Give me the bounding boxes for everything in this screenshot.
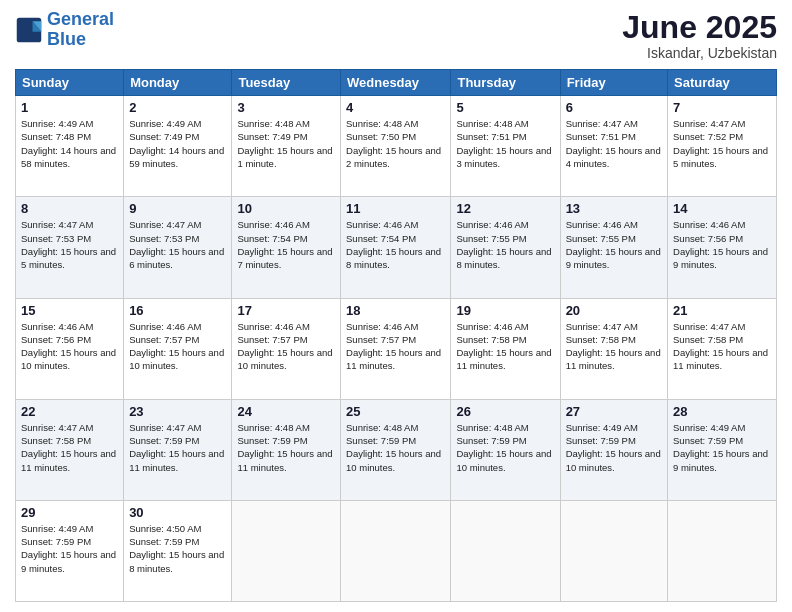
day-number: 7 <box>673 100 771 115</box>
day-number: 15 <box>21 303 118 318</box>
day-cell: 28 Sunrise: 4:49 AM Sunset: 7:59 PM Dayl… <box>668 399 777 500</box>
day-info: Sunrise: 4:46 AM Sunset: 7:57 PM Dayligh… <box>129 320 226 373</box>
day-info: Sunrise: 4:46 AM Sunset: 7:55 PM Dayligh… <box>456 218 554 271</box>
col-header-friday: Friday <box>560 70 667 96</box>
day-info: Sunrise: 4:46 AM Sunset: 7:54 PM Dayligh… <box>346 218 445 271</box>
day-info: Sunrise: 4:49 AM Sunset: 7:49 PM Dayligh… <box>129 117 226 170</box>
day-number: 5 <box>456 100 554 115</box>
day-number: 23 <box>129 404 226 419</box>
day-info: Sunrise: 4:46 AM Sunset: 7:57 PM Dayligh… <box>237 320 335 373</box>
day-cell: 13 Sunrise: 4:46 AM Sunset: 7:55 PM Dayl… <box>560 197 667 298</box>
col-header-wednesday: Wednesday <box>341 70 451 96</box>
day-cell: 18 Sunrise: 4:46 AM Sunset: 7:57 PM Dayl… <box>341 298 451 399</box>
week-row-1: 1 Sunrise: 4:49 AM Sunset: 7:48 PM Dayli… <box>16 96 777 197</box>
day-info: Sunrise: 4:48 AM Sunset: 7:49 PM Dayligh… <box>237 117 335 170</box>
day-info: Sunrise: 4:50 AM Sunset: 7:59 PM Dayligh… <box>129 522 226 575</box>
week-row-5: 29 Sunrise: 4:49 AM Sunset: 7:59 PM Dayl… <box>16 500 777 601</box>
day-info: Sunrise: 4:48 AM Sunset: 7:51 PM Dayligh… <box>456 117 554 170</box>
day-cell <box>341 500 451 601</box>
day-info: Sunrise: 4:49 AM Sunset: 7:59 PM Dayligh… <box>673 421 771 474</box>
day-cell: 19 Sunrise: 4:46 AM Sunset: 7:58 PM Dayl… <box>451 298 560 399</box>
header: General Blue June 2025 Iskandar, Uzbekis… <box>15 10 777 61</box>
day-info: Sunrise: 4:49 AM Sunset: 7:59 PM Dayligh… <box>566 421 662 474</box>
day-number: 10 <box>237 201 335 216</box>
day-info: Sunrise: 4:47 AM Sunset: 7:58 PM Dayligh… <box>21 421 118 474</box>
day-cell: 14 Sunrise: 4:46 AM Sunset: 7:56 PM Dayl… <box>668 197 777 298</box>
day-number: 20 <box>566 303 662 318</box>
col-header-monday: Monday <box>124 70 232 96</box>
day-info: Sunrise: 4:47 AM Sunset: 7:53 PM Dayligh… <box>21 218 118 271</box>
day-number: 22 <box>21 404 118 419</box>
day-cell: 22 Sunrise: 4:47 AM Sunset: 7:58 PM Dayl… <box>16 399 124 500</box>
day-number: 27 <box>566 404 662 419</box>
day-cell <box>451 500 560 601</box>
col-header-thursday: Thursday <box>451 70 560 96</box>
day-info: Sunrise: 4:49 AM Sunset: 7:48 PM Dayligh… <box>21 117 118 170</box>
week-row-2: 8 Sunrise: 4:47 AM Sunset: 7:53 PM Dayli… <box>16 197 777 298</box>
day-number: 14 <box>673 201 771 216</box>
day-info: Sunrise: 4:47 AM Sunset: 7:53 PM Dayligh… <box>129 218 226 271</box>
day-cell: 4 Sunrise: 4:48 AM Sunset: 7:50 PM Dayli… <box>341 96 451 197</box>
day-number: 24 <box>237 404 335 419</box>
day-cell: 1 Sunrise: 4:49 AM Sunset: 7:48 PM Dayli… <box>16 96 124 197</box>
day-info: Sunrise: 4:46 AM Sunset: 7:56 PM Dayligh… <box>673 218 771 271</box>
day-info: Sunrise: 4:47 AM Sunset: 7:58 PM Dayligh… <box>673 320 771 373</box>
day-number: 2 <box>129 100 226 115</box>
day-number: 18 <box>346 303 445 318</box>
day-cell: 11 Sunrise: 4:46 AM Sunset: 7:54 PM Dayl… <box>341 197 451 298</box>
day-number: 8 <box>21 201 118 216</box>
day-info: Sunrise: 4:47 AM Sunset: 7:51 PM Dayligh… <box>566 117 662 170</box>
week-row-4: 22 Sunrise: 4:47 AM Sunset: 7:58 PM Dayl… <box>16 399 777 500</box>
day-cell: 21 Sunrise: 4:47 AM Sunset: 7:58 PM Dayl… <box>668 298 777 399</box>
day-info: Sunrise: 4:47 AM Sunset: 7:59 PM Dayligh… <box>129 421 226 474</box>
day-cell <box>668 500 777 601</box>
day-number: 28 <box>673 404 771 419</box>
day-cell: 26 Sunrise: 4:48 AM Sunset: 7:59 PM Dayl… <box>451 399 560 500</box>
day-info: Sunrise: 4:47 AM Sunset: 7:58 PM Dayligh… <box>566 320 662 373</box>
day-number: 11 <box>346 201 445 216</box>
day-info: Sunrise: 4:46 AM Sunset: 7:58 PM Dayligh… <box>456 320 554 373</box>
day-number: 16 <box>129 303 226 318</box>
day-cell <box>560 500 667 601</box>
day-cell: 20 Sunrise: 4:47 AM Sunset: 7:58 PM Dayl… <box>560 298 667 399</box>
day-number: 13 <box>566 201 662 216</box>
day-info: Sunrise: 4:48 AM Sunset: 7:59 PM Dayligh… <box>237 421 335 474</box>
day-number: 3 <box>237 100 335 115</box>
day-number: 30 <box>129 505 226 520</box>
day-number: 19 <box>456 303 554 318</box>
day-cell: 30 Sunrise: 4:50 AM Sunset: 7:59 PM Dayl… <box>124 500 232 601</box>
title-block: June 2025 Iskandar, Uzbekistan <box>622 10 777 61</box>
day-info: Sunrise: 4:46 AM Sunset: 7:54 PM Dayligh… <box>237 218 335 271</box>
subtitle: Iskandar, Uzbekistan <box>622 45 777 61</box>
logo: General Blue <box>15 10 114 50</box>
day-cell: 12 Sunrise: 4:46 AM Sunset: 7:55 PM Dayl… <box>451 197 560 298</box>
logo-icon <box>15 16 43 44</box>
day-number: 21 <box>673 303 771 318</box>
day-cell: 8 Sunrise: 4:47 AM Sunset: 7:53 PM Dayli… <box>16 197 124 298</box>
logo-general: General <box>47 9 114 29</box>
main-title: June 2025 <box>622 10 777 45</box>
day-cell: 29 Sunrise: 4:49 AM Sunset: 7:59 PM Dayl… <box>16 500 124 601</box>
day-number: 6 <box>566 100 662 115</box>
day-number: 4 <box>346 100 445 115</box>
logo-text: General Blue <box>47 10 114 50</box>
day-info: Sunrise: 4:46 AM Sunset: 7:56 PM Dayligh… <box>21 320 118 373</box>
logo-blue: Blue <box>47 29 86 49</box>
day-number: 25 <box>346 404 445 419</box>
day-info: Sunrise: 4:46 AM Sunset: 7:57 PM Dayligh… <box>346 320 445 373</box>
day-cell: 27 Sunrise: 4:49 AM Sunset: 7:59 PM Dayl… <box>560 399 667 500</box>
calendar-header-row: SundayMondayTuesdayWednesdayThursdayFrid… <box>16 70 777 96</box>
week-row-3: 15 Sunrise: 4:46 AM Sunset: 7:56 PM Dayl… <box>16 298 777 399</box>
day-cell: 23 Sunrise: 4:47 AM Sunset: 7:59 PM Dayl… <box>124 399 232 500</box>
day-info: Sunrise: 4:48 AM Sunset: 7:59 PM Dayligh… <box>456 421 554 474</box>
day-info: Sunrise: 4:48 AM Sunset: 7:59 PM Dayligh… <box>346 421 445 474</box>
day-cell: 5 Sunrise: 4:48 AM Sunset: 7:51 PM Dayli… <box>451 96 560 197</box>
day-cell: 7 Sunrise: 4:47 AM Sunset: 7:52 PM Dayli… <box>668 96 777 197</box>
col-header-tuesday: Tuesday <box>232 70 341 96</box>
day-number: 12 <box>456 201 554 216</box>
day-info: Sunrise: 4:48 AM Sunset: 7:50 PM Dayligh… <box>346 117 445 170</box>
calendar-table: SundayMondayTuesdayWednesdayThursdayFrid… <box>15 69 777 602</box>
day-cell: 15 Sunrise: 4:46 AM Sunset: 7:56 PM Dayl… <box>16 298 124 399</box>
day-info: Sunrise: 4:46 AM Sunset: 7:55 PM Dayligh… <box>566 218 662 271</box>
day-cell: 16 Sunrise: 4:46 AM Sunset: 7:57 PM Dayl… <box>124 298 232 399</box>
